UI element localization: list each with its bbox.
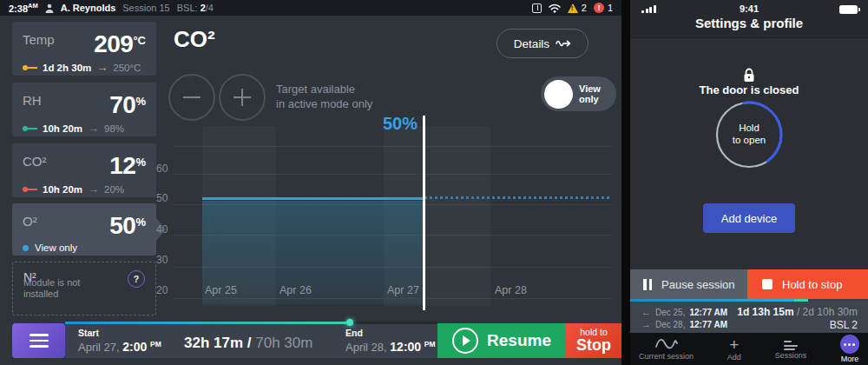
cursor-value-label: 50%	[350, 114, 418, 134]
x-tick: Apr 27	[387, 284, 419, 296]
session-end-date: Dec 28,	[655, 320, 685, 329]
details-label: Details	[514, 37, 549, 50]
warning-count: 2	[582, 3, 587, 13]
session-label: Session 15	[122, 3, 169, 13]
hold-to-open-label: Hold to open	[714, 122, 784, 146]
session-bsl: BSL 2	[830, 319, 858, 331]
pause-session-button[interactable]: Pause session	[630, 269, 747, 299]
clock: 2:38AM	[9, 2, 38, 14]
bsl-indicator: BSL: 2/4	[177, 3, 214, 13]
details-button[interactable]: Details	[496, 29, 589, 58]
progress-fill	[65, 322, 351, 324]
gridline	[174, 146, 612, 147]
end-label: End	[345, 328, 436, 338]
phone-page-title: Settings & profile	[630, 16, 868, 30]
start-label: Start	[78, 328, 161, 338]
session-start-row: ← Dec 25, 12:77 AM	[641, 307, 727, 317]
status-bar: 2:38AM A. Reynolds Session 15 BSL: 2/4 2…	[0, 0, 621, 16]
hold-to-stop-button[interactable]: Hold to stop	[747, 269, 868, 299]
error-count: 1	[608, 3, 613, 13]
end-datetime: April 28, 12:00 PM	[345, 340, 436, 354]
user-name: A. Reynolds	[61, 3, 116, 13]
y-tick: 40	[156, 223, 196, 236]
nav-add[interactable]: + Add	[727, 337, 741, 362]
phone-clock: 9:41	[630, 3, 868, 14]
session-duration: 1d 13h 15m / 2d 10h 30m	[737, 306, 858, 318]
nav-more[interactable]: More	[840, 335, 859, 363]
sensor-label: Temp	[23, 30, 55, 47]
add-device-button[interactable]: Add device	[703, 203, 795, 233]
toggle-knob[interactable]	[544, 80, 573, 109]
view-only-toggle[interactable]: View only	[541, 76, 616, 111]
start-block: Start April 27, 2:00 PM	[78, 328, 161, 354]
memory-card-icon	[532, 3, 542, 13]
phone-app: 9:41 Settings & profile The door is clos…	[630, 0, 868, 365]
sensor-card-temp[interactable]: Temp 209°C 1d 2h 30m → 250°C	[12, 22, 156, 76]
phone-nav-bar: Current session + Add Sessions More	[630, 333, 868, 365]
ramp-target: 250°C	[113, 63, 141, 73]
battery-icon	[839, 5, 858, 14]
session-start-time: 12:77 AM	[689, 308, 727, 317]
waveform-arrow-icon	[556, 39, 571, 48]
session-end-row: → Dec 28, 12:77 AM	[641, 319, 727, 329]
y-tick: 20	[156, 284, 196, 296]
plus-icon: +	[729, 337, 739, 352]
sensor-label: RH	[23, 90, 42, 108]
stop-label: Stop	[566, 337, 621, 353]
pause-icon	[643, 279, 652, 290]
error-icon[interactable]: !	[594, 3, 604, 13]
elapsed-total-duration: 32h 17m / 70h 30m	[184, 335, 312, 352]
list-icon	[784, 338, 798, 350]
toggle-label: View only	[579, 83, 601, 104]
chart-title: CO²	[174, 26, 215, 53]
y-tick: 50	[156, 192, 196, 204]
target-line	[202, 197, 423, 200]
end-block: End April 28, 12:00 PM	[345, 328, 436, 354]
wifi-icon	[549, 3, 561, 13]
incubator-panel: 2:38AM A. Reynolds Session 15 BSL: 2/4 2…	[0, 0, 621, 365]
lock-icon	[742, 68, 756, 83]
play-icon	[452, 328, 478, 354]
nav-current-session[interactable]: Current session	[639, 337, 694, 361]
hold-stop-label: Hold to stop	[782, 278, 842, 291]
x-tick: Apr 26	[279, 284, 312, 296]
session-start-date: Dec 25,	[655, 308, 685, 317]
hamburger-icon	[30, 334, 49, 336]
arrow-icon: →	[96, 61, 108, 74]
panel-divider	[621, 0, 630, 365]
waveform-icon	[655, 337, 678, 351]
more-dots-icon	[840, 335, 859, 354]
phone-session-info: ← Dec 25, 12:77 AM → Dec 28, 12:77 AM 1d…	[630, 302, 868, 333]
arrow-right-icon: →	[641, 319, 651, 329]
target-line-projection	[424, 196, 609, 199]
time-cursor[interactable]	[423, 116, 425, 310]
session-end-time: 12:77 AM	[689, 320, 727, 329]
gridline	[174, 174, 612, 175]
target-hint: Target available in active mode only	[276, 82, 372, 111]
progress-handle[interactable]	[346, 319, 353, 326]
ramp-duration: 1d 2h 30m	[43, 63, 91, 73]
resume-button[interactable]: Resume	[437, 323, 566, 358]
stop-icon	[762, 279, 773, 289]
menu-button[interactable]	[12, 323, 65, 358]
pause-label: Pause session	[661, 278, 735, 291]
y-tick: 60	[156, 163, 196, 175]
stop-button[interactable]: hold to Stop	[566, 323, 621, 358]
user-icon	[45, 3, 54, 13]
warning-icon[interactable]	[568, 3, 578, 13]
nav-sessions[interactable]: Sessions	[775, 338, 807, 360]
start-datetime: April 27, 2:00 PM	[78, 340, 161, 354]
sensor-value: 209°C	[94, 30, 146, 56]
x-tick: Apr 25	[205, 284, 237, 296]
resume-label: Resume	[487, 331, 551, 350]
door-status-text: The door is closed	[630, 83, 868, 96]
co2-chart[interactable]: 60 50 40 30 20 50% Apr 25 Apr 26 Apr 27 …	[0, 113, 621, 313]
x-tick: Apr 28	[495, 284, 527, 296]
y-tick: 30	[156, 254, 196, 266]
ramp-icon	[23, 65, 37, 70]
arrow-left-icon: ←	[641, 307, 651, 317]
